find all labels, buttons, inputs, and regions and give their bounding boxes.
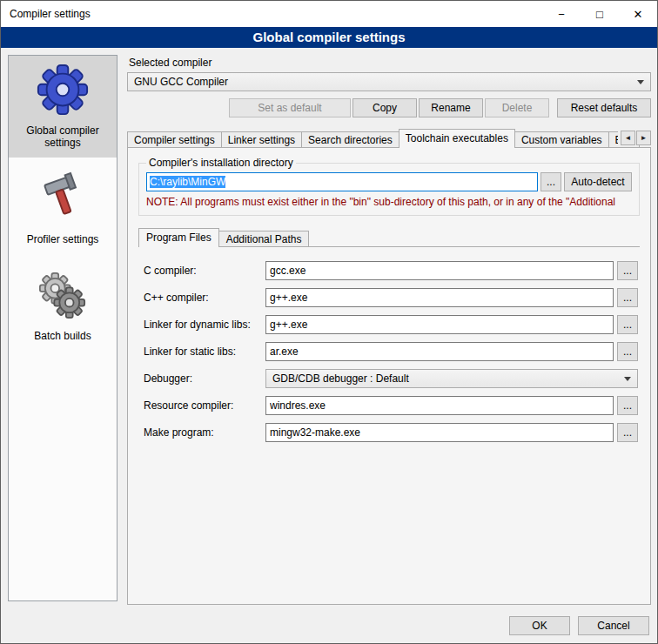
- selected-compiler-label: Selected compiler: [129, 57, 651, 69]
- settings-sidebar: Global compiler settings Profiler settin…: [8, 55, 118, 601]
- minimize-icon: −: [558, 8, 565, 21]
- program-files-pane: C compiler: ... C++ compiler: ... Linker…: [138, 246, 640, 442]
- page-title: Global compiler settings: [1, 27, 657, 48]
- sidebar-item-label: Global compiler settings: [11, 124, 114, 149]
- resource-compiler-row: Resource compiler: ...: [144, 396, 638, 415]
- close-icon: ✕: [634, 8, 643, 21]
- maximize-icon: □: [596, 8, 603, 21]
- c-compiler-browse-button[interactable]: ...: [617, 261, 638, 280]
- gear-icon: [36, 63, 90, 117]
- ok-button[interactable]: OK: [509, 616, 570, 635]
- minimize-button[interactable]: −: [542, 1, 581, 27]
- resource-compiler-input[interactable]: [265, 396, 614, 415]
- resource-compiler-browse-button[interactable]: ...: [617, 396, 638, 415]
- sidebar-item-label: Batch builds: [11, 330, 114, 342]
- titlebar: Compiler settings − □ ✕: [1, 1, 657, 27]
- install-dir-row: C:\raylib\MinGW ... Auto-detect: [146, 172, 632, 191]
- window-controls: − □ ✕: [542, 1, 657, 27]
- arrow-right-icon: ►: [641, 134, 648, 142]
- c-compiler-label: C compiler:: [144, 265, 265, 277]
- cpp-compiler-browse-button[interactable]: ...: [617, 288, 638, 307]
- dynamic-linker-row: Linker for dynamic libs: ...: [144, 315, 638, 334]
- dynamic-linker-input[interactable]: [265, 315, 614, 334]
- resource-compiler-label: Resource compiler:: [144, 399, 265, 412]
- cpp-compiler-input[interactable]: [265, 288, 614, 307]
- sidebar-item-label: Profiler settings: [11, 233, 114, 245]
- install-dir-browse-button[interactable]: ...: [540, 172, 561, 191]
- dynamic-linker-browse-button[interactable]: ...: [617, 315, 638, 334]
- make-program-row: Make program: ...: [144, 423, 638, 442]
- compiler-settings-window: Compiler settings − □ ✕ Global compiler …: [0, 0, 658, 644]
- c-compiler-row: C compiler: ...: [144, 261, 638, 280]
- tab-custom-variables[interactable]: Custom variables: [514, 131, 609, 147]
- cpp-compiler-row: C++ compiler: ...: [144, 288, 638, 307]
- close-button[interactable]: ✕: [619, 1, 657, 27]
- make-program-browse-button[interactable]: ...: [617, 423, 638, 442]
- debugger-label: Debugger:: [144, 372, 265, 385]
- c-compiler-input[interactable]: [265, 261, 614, 280]
- static-linker-input[interactable]: [265, 342, 614, 361]
- profiler-icon: [36, 171, 90, 225]
- reset-defaults-button[interactable]: Reset defaults: [557, 98, 651, 117]
- autodetect-button[interactable]: Auto-detect: [564, 172, 632, 191]
- rename-button[interactable]: Rename: [419, 98, 483, 117]
- cpp-compiler-label: C++ compiler:: [144, 292, 265, 304]
- arrow-left-icon: ◄: [625, 134, 632, 142]
- main-content: Selected compiler GNU GCC Compiler Set a…: [127, 55, 651, 605]
- cancel-button[interactable]: Cancel: [578, 616, 649, 635]
- static-linker-row: Linker for static libs: ...: [144, 342, 638, 361]
- selected-compiler-select[interactable]: GNU GCC Compiler: [127, 72, 651, 91]
- sidebar-item-global-compiler-settings[interactable]: Global compiler settings: [9, 56, 117, 158]
- static-linker-label: Linker for static libs:: [144, 345, 265, 358]
- install-dir-input[interactable]: C:\raylib\MinGW: [146, 172, 538, 191]
- tab-compiler-settings[interactable]: Compiler settings: [127, 131, 222, 147]
- chevron-down-icon: [624, 377, 631, 381]
- tab-scroll-right-button[interactable]: ►: [636, 131, 651, 145]
- install-dir-group-label: Compiler's installation directory: [146, 157, 296, 169]
- debugger-row: Debugger: GDB/CDB debugger : Default: [144, 369, 638, 388]
- chevron-down-icon: [637, 80, 644, 84]
- set-as-default-button[interactable]: Set as default: [229, 98, 351, 117]
- install-dir-groupbox: Compiler's installation directory C:\ray…: [138, 157, 640, 216]
- tab-scroll-left-button[interactable]: ◄: [621, 131, 635, 145]
- debugger-value: GDB/CDB debugger : Default: [272, 372, 619, 385]
- sidebar-item-batch-builds[interactable]: Batch builds: [9, 261, 117, 351]
- install-dir-note: NOTE: All programs must exist either in …: [146, 196, 632, 208]
- selected-compiler-value: GNU GCC Compiler: [134, 76, 632, 88]
- window-title: Compiler settings: [1, 8, 91, 20]
- tab-toolchain-executables[interactable]: Toolchain executables: [399, 129, 515, 148]
- sidebar-item-profiler-settings[interactable]: Profiler settings: [9, 164, 117, 254]
- make-program-label: Make program:: [144, 426, 265, 439]
- delete-button[interactable]: Delete: [485, 98, 549, 117]
- static-linker-browse-button[interactable]: ...: [617, 342, 638, 361]
- toolchain-executables-panel: Compiler's installation directory C:\ray…: [127, 147, 651, 605]
- tab-search-directories[interactable]: Search directories: [301, 131, 400, 147]
- dialog-footer: OK Cancel: [509, 616, 649, 635]
- tab-additional-paths[interactable]: Additional Paths: [218, 231, 310, 246]
- settings-tabstrip: Compiler settings Linker settings Search…: [127, 129, 651, 147]
- program-tabstrip: Program Files Additional Paths: [138, 228, 640, 246]
- tab-linker-settings[interactable]: Linker settings: [221, 131, 302, 147]
- install-dir-value: C:\raylib\MinGW: [150, 176, 225, 188]
- compiler-actions: Set as default Copy Rename Delete Reset …: [127, 98, 651, 117]
- make-program-input[interactable]: [265, 423, 614, 442]
- copy-button[interactable]: Copy: [352, 98, 417, 117]
- dynamic-linker-label: Linker for dynamic libs:: [144, 319, 265, 331]
- batch-gears-icon: [36, 268, 90, 322]
- maximize-button[interactable]: □: [581, 1, 619, 27]
- tab-scroll-controls: ◄ ►: [618, 131, 651, 145]
- debugger-select[interactable]: GDB/CDB debugger : Default: [265, 369, 638, 388]
- tab-program-files[interactable]: Program Files: [138, 228, 219, 247]
